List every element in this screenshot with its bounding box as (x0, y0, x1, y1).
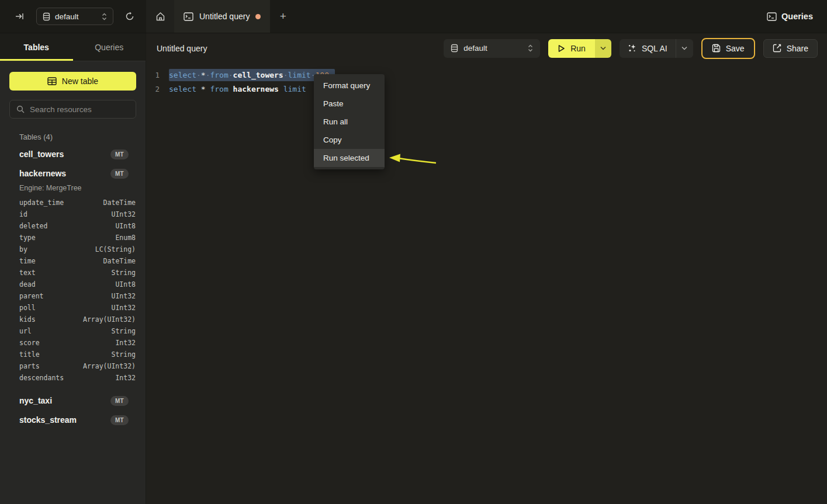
query-toolbar: default Run (444, 38, 818, 59)
sparkle-ai-icon (628, 44, 636, 53)
token-kw: from (210, 71, 228, 79)
save-button[interactable]: Save (701, 38, 755, 59)
sidebar-tab-tables[interactable]: Tables (0, 33, 73, 61)
column-row: textString (0, 267, 146, 279)
app-root: default (0, 0, 827, 504)
column-name: id (19, 210, 27, 218)
token-tbl: hackernews (233, 85, 279, 93)
save-label: Save (726, 44, 745, 53)
code-line[interactable]: 1select·*·from·cell_towers·limit·100· (146, 68, 827, 82)
column-row: descendantsInt32 (0, 372, 146, 384)
editor-context-menu: Format queryPasteRun allCopyRun selected (314, 74, 385, 169)
chevron-updown-icon (528, 44, 533, 52)
annotation-arrow (387, 151, 438, 168)
queries-label: Queries (781, 12, 813, 21)
topbar-database-value: default (55, 12, 97, 21)
column-row: urlString (0, 325, 146, 337)
column-row: deadUInt8 (0, 279, 146, 290)
column-type: String (111, 327, 136, 335)
menu-item-copy[interactable]: Copy (314, 131, 385, 149)
column-type: UInt8 (115, 280, 136, 289)
column-name: update_time (19, 199, 64, 207)
column-name: score (19, 339, 40, 347)
code-content: select * from hackernews limit (169, 83, 307, 95)
chevron-updown-icon (102, 13, 107, 20)
table-row[interactable]: nyc_taxiMT (0, 391, 146, 410)
column-type: Int32 (115, 339, 136, 347)
query-database-value: default (463, 44, 523, 53)
database-icon (451, 44, 458, 53)
menu-item-run-selected[interactable]: Run selected (314, 149, 385, 167)
search-input[interactable] (30, 105, 123, 114)
whitespace (279, 85, 283, 93)
token-tbl: cell_towers (233, 71, 283, 79)
new-tab-button[interactable]: + (270, 0, 296, 33)
column-name: by (19, 245, 27, 253)
tab-untitled-query[interactable]: Untitled query (174, 0, 270, 33)
table-engine-badge: MT (110, 415, 129, 425)
search-box[interactable] (9, 100, 136, 119)
sql-ai-options-button[interactable] (676, 39, 693, 58)
table-name: hackernews (19, 169, 110, 178)
column-type: Array(UInt32) (83, 315, 136, 324)
chevron-down-icon (681, 46, 687, 50)
column-type: DateTime (103, 199, 136, 207)
column-type: Array(UInt32) (83, 362, 136, 370)
line-number: 1 (146, 71, 160, 79)
column-name: descendants (19, 374, 64, 382)
tables-section-label: Tables (4) (0, 119, 146, 141)
menu-item-run-all[interactable]: Run all (314, 113, 385, 131)
column-row: kidsArray(UInt32) (0, 314, 146, 325)
table-row[interactable]: stocks_streamMT (0, 411, 146, 429)
run-button-group: Run (548, 39, 611, 58)
tables-list: cell_towersMThackernewsMTEngine: MergeTr… (0, 145, 146, 429)
column-row: typeEnum8 (0, 232, 146, 244)
column-row: deletedUInt8 (0, 220, 146, 232)
query-database-selector[interactable]: default (444, 39, 540, 58)
chevron-down-icon (600, 46, 606, 50)
code-line[interactable]: 2select * from hackernews limit (146, 82, 827, 96)
column-name: parts (19, 362, 40, 370)
collapse-sidebar-button[interactable] (12, 8, 28, 25)
sql-ai-button[interactable]: SQL AI (620, 39, 676, 58)
topbar-database-selector[interactable]: default (36, 8, 113, 25)
sql-ai-button-group: SQL AI (620, 39, 693, 58)
run-options-button[interactable] (595, 39, 611, 58)
column-row: idUInt32 (0, 208, 146, 220)
whitespace: · (196, 71, 201, 79)
share-icon (773, 44, 781, 53)
query-tab-icon (184, 12, 193, 21)
refresh-icon (125, 12, 134, 21)
menu-item-format-query[interactable]: Format query (314, 77, 385, 95)
sidebar-tab-queries[interactable]: Queries (73, 33, 146, 61)
menu-item-paste[interactable]: Paste (314, 95, 385, 113)
column-name: time (19, 257, 36, 265)
topbar: default (0, 0, 827, 33)
home-button[interactable] (146, 0, 174, 33)
share-button[interactable]: Share (763, 39, 818, 58)
new-table-label: New table (62, 77, 98, 86)
column-row: pollUInt32 (0, 302, 146, 314)
token-kw: limit (288, 71, 311, 79)
table-name: stocks_stream (19, 415, 110, 425)
main-panel: Untitled query default (146, 33, 827, 504)
sidebar-tabs: Tables Queries (0, 33, 146, 61)
column-name: url (19, 327, 32, 335)
table-row[interactable]: hackernewsMT (0, 164, 146, 183)
column-type: UInt32 (111, 304, 136, 312)
table-row[interactable]: cell_towersMT (0, 145, 146, 164)
column-row: titleString (0, 349, 146, 360)
column-name: text (19, 269, 36, 277)
whitespace (229, 85, 233, 93)
run-button[interactable]: Run (548, 39, 595, 58)
token-kw: select (169, 71, 196, 79)
queries-button[interactable]: Queries (760, 0, 827, 33)
sql-editor[interactable]: 1select·*·from·cell_towers·limit·100·2se… (146, 63, 827, 96)
share-label: Share (787, 44, 808, 53)
new-table-button[interactable]: New table (9, 72, 136, 91)
column-type: Int32 (115, 374, 136, 382)
refresh-button[interactable] (122, 8, 138, 25)
column-name: kids (19, 315, 36, 324)
column-type: String (111, 350, 136, 359)
column-row: parentUInt32 (0, 290, 146, 302)
